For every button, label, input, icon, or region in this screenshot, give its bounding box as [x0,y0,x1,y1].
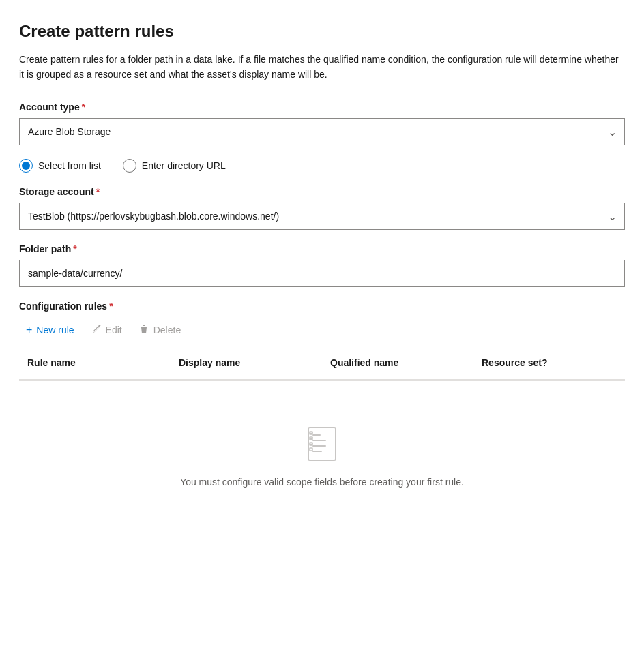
configuration-rules-required: * [109,301,113,312]
page-description: Create pattern rules for a folder path i… [19,52,625,83]
storage-account-label: Storage account * [19,186,625,197]
col-rule-name: Rule name [19,352,171,374]
edit-button[interactable]: Edit [84,320,129,341]
table-header: Rule name Display name Qualified name Re… [19,352,625,380]
select-from-list-radio[interactable] [19,159,33,173]
account-type-select[interactable]: Azure Blob StorageAzure Data Lake Storag… [19,118,625,145]
page-container: Create pattern rules Create pattern rule… [0,0,644,564]
svg-rect-3 [312,445,326,447]
select-from-list-option[interactable]: Select from list [19,159,101,173]
col-qualified-name: Qualified name [322,352,473,374]
delete-icon [138,324,149,337]
select-from-list-label: Select from list [38,160,101,171]
account-type-required: * [82,102,85,113]
account-type-label: Account type * [19,102,625,113]
edit-icon [91,324,102,337]
folder-path-label: Folder path * [19,243,625,254]
svg-rect-2 [312,440,326,441]
enter-directory-url-option[interactable]: Enter directory URL [123,159,226,173]
enter-directory-url-radio[interactable] [123,159,136,173]
empty-state-icon [300,422,344,466]
storage-account-required: * [96,186,100,197]
account-type-select-wrapper: Azure Blob StorageAzure Data Lake Storag… [19,118,625,145]
col-resource-set: Resource set? [473,352,625,374]
delete-button[interactable]: Delete [132,320,188,341]
folder-path-input[interactable] [19,260,625,287]
account-type-section: Account type * Azure Blob StorageAzure D… [19,102,625,145]
empty-state: You must configure valid scope fields be… [19,381,625,528]
rules-table: Rule name Display name Qualified name Re… [19,352,625,528]
svg-rect-1 [312,434,321,436]
configuration-rules-label: Configuration rules * [19,301,625,312]
page-title: Create pattern rules [19,22,625,41]
svg-rect-4 [312,451,322,452]
new-rule-button[interactable]: + New rule [19,320,81,340]
empty-state-message: You must configure valid scope fields be… [180,477,464,488]
folder-path-section: Folder path * [19,243,625,287]
configuration-rules-section: Configuration rules * + New rule Edit [19,301,625,528]
storage-account-select-wrapper: TestBlob (https://perlovskybugbash.blob.… [19,203,625,230]
storage-account-select[interactable]: TestBlob (https://perlovskybugbash.blob.… [19,203,625,230]
svg-rect-8 [310,448,312,451]
source-radio-group: Select from list Enter directory URL [19,159,625,173]
rules-toolbar: + New rule Edit Delete [19,320,625,341]
storage-account-section: Storage account * TestBlob (https://perl… [19,186,625,230]
col-display-name: Display name [171,352,322,374]
folder-path-required: * [73,243,76,254]
plus-icon: + [26,325,32,335]
enter-directory-url-label: Enter directory URL [142,160,226,171]
